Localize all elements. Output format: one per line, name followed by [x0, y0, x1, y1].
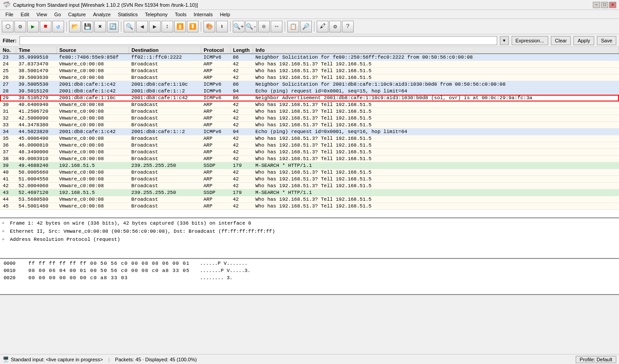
- cell-proto: ARP: [201, 135, 230, 142]
- toolbar-prev-button[interactable]: ◀: [136, 21, 148, 32]
- table-row[interactable]: 3444.50238202001:db8:cafe:1:c422001:db8:…: [0, 129, 619, 135]
- table-row[interactable]: 3545.0006490Vmware_c0:00:08BroadcastARP4…: [0, 135, 619, 142]
- close-button[interactable]: ✕: [609, 2, 616, 8]
- cell-no: 35: [0, 135, 16, 142]
- maximize-button[interactable]: □: [601, 2, 608, 8]
- menu-item-edit[interactable]: Edit: [17, 11, 33, 18]
- packet-detail[interactable]: +Frame 1: 42 bytes on wire (336 bits), 4…: [0, 218, 619, 259]
- expression-button[interactable]: Expression...: [512, 36, 549, 45]
- menu-item-tools[interactable]: Tools: [171, 11, 190, 18]
- cell-len: 42: [230, 176, 253, 183]
- table-row[interactable]: 2739.50055302001:db8:cafe:1:c422001:db8:…: [0, 81, 619, 88]
- cell-proto: ARP: [201, 156, 230, 162]
- menu-item-internals[interactable]: Internals: [190, 11, 216, 18]
- toolbar-next-button[interactable]: ▶: [149, 21, 161, 32]
- cell-src: 2001:db8:cafe:1:c42: [56, 129, 129, 135]
- table-row[interactable]: 2839.50151202001:db8:cafe:1:c422001:db8:…: [0, 88, 619, 95]
- table-row[interactable]: 4050.0005660Vmware_c0:00:08BroadcastARP4…: [0, 169, 619, 176]
- table-row[interactable]: 4151.0004550Vmware_c0:00:08BroadcastARP4…: [0, 176, 619, 183]
- cell-len: 179: [230, 162, 253, 169]
- cell-src: Vmware_c0:00:08: [56, 74, 129, 81]
- table-row[interactable]: 3949.4688240192.168.51.5239.255.255.250S…: [0, 162, 619, 169]
- cell-proto: ARP: [201, 169, 230, 176]
- toolbar-reload-button[interactable]: 🔄: [107, 21, 119, 32]
- menu-item-help[interactable]: Help: [216, 11, 234, 18]
- table-row[interactable]: 4352.4697120192.168.51.5239.255.255.250S…: [0, 189, 619, 196]
- detail-row[interactable]: +Frame 1: 42 bytes on wire (336 bits), 4…: [2, 219, 617, 227]
- toolbar-zoom-in-button[interactable]: 🔍+: [233, 21, 245, 32]
- toolbar-goto-button[interactable]: ↕: [162, 21, 173, 32]
- table-row[interactable]: 2939.51052702001:db8:cafe:1:10c2001:db8:…: [0, 95, 619, 101]
- apply-button[interactable]: Apply: [573, 36, 594, 45]
- toolbar-resize-button[interactable]: ↔: [271, 21, 282, 32]
- cell-src: Vmware_c0:00:08: [56, 203, 129, 210]
- table-row[interactable]: 3748.3490000Vmware_c0:00:08BroadcastARP4…: [0, 149, 619, 156]
- cell-info: Who has 192.168.51.3? Tell 192.168.51.5: [253, 149, 619, 156]
- toolbar-sep1: [66, 22, 67, 32]
- cell-src: Vmware_c0:00:08: [56, 101, 129, 108]
- table-row[interactable]: 3242.5000090Vmware_c0:00:08BroadcastARP4…: [0, 115, 619, 122]
- toolbar-capture-filter-button[interactable]: 📋: [287, 21, 299, 32]
- table-row[interactable]: 2335.9999510fe80::7486:55e9:858fff02::1:…: [0, 54, 619, 61]
- toolbar-last-button[interactable]: ⏬: [187, 21, 199, 32]
- cell-info: Who has 192.168.51.3? Tell 192.168.51.5: [253, 101, 619, 108]
- clear-button[interactable]: Clear: [551, 36, 571, 45]
- cell-no: 37: [0, 149, 16, 156]
- toolbar-colorize-button[interactable]: 🎨: [203, 21, 215, 32]
- save-button[interactable]: Save: [597, 36, 616, 45]
- toolbar-stop-button[interactable]: ■: [40, 21, 51, 32]
- detail-row[interactable]: +Ethernet II, Src: Vmware_c0:00:08 (00:5…: [2, 227, 617, 235]
- toolbar-options-button[interactable]: ⚙: [14, 21, 26, 32]
- cell-proto: ICMPv6: [201, 95, 230, 101]
- toolbar-sep2: [121, 22, 121, 32]
- table-row[interactable]: 4554.5001460Vmware_c0:00:08BroadcastARP4…: [0, 203, 619, 210]
- packets-count: Packets: 45 · Displayed: 45 (100.0%): [115, 357, 197, 362]
- filter-input[interactable]: [19, 36, 497, 45]
- toolbar-help-button[interactable]: ?: [342, 21, 354, 32]
- minimize-button[interactable]: –: [593, 2, 600, 8]
- toolbar-zoom-out-button[interactable]: 🔍-: [245, 21, 257, 32]
- cell-proto: SSDP: [201, 162, 230, 169]
- toolbar-save-button[interactable]: 💾: [82, 21, 93, 32]
- toolbar-first-button[interactable]: ⏫: [174, 21, 186, 32]
- toolbar-open-button[interactable]: 📂: [69, 21, 81, 32]
- table-row[interactable]: 3040.6406940Vmware_c0:00:08BroadcastARP4…: [0, 101, 619, 108]
- toolbar-close-button[interactable]: ✖: [94, 21, 106, 32]
- cell-info: Who has 192.168.51.3? Tell 192.168.51.5: [253, 156, 619, 162]
- table-row[interactable]: 3646.0000810Vmware_c0:00:08BroadcastARP4…: [0, 142, 619, 149]
- table-row[interactable]: 3344.3478380Vmware_c0:00:08BroadcastARP4…: [0, 122, 619, 129]
- cell-no: 23: [0, 54, 16, 61]
- table-row[interactable]: 3141.2506720Vmware_c0:00:08BroadcastARP4…: [0, 108, 619, 115]
- menu-item-telephony[interactable]: Telephony: [141, 11, 171, 18]
- toolbar-preferences-button[interactable]: ⚙: [329, 21, 341, 32]
- toolbar-auto-scroll-button[interactable]: ⬇: [216, 21, 228, 32]
- table-row[interactable]: 2437.8373470Vmware_c0:00:08BroadcastARP4…: [0, 61, 619, 68]
- packet-list[interactable]: No. Time Source Destination Protocol Len…: [0, 47, 619, 218]
- menu-item-capture[interactable]: Capture: [65, 11, 89, 18]
- menu-item-analyze[interactable]: Analyze: [89, 11, 114, 18]
- filter-dropdown[interactable]: ▼: [500, 36, 509, 45]
- menu-item-file[interactable]: File: [2, 11, 17, 18]
- table-row[interactable]: 3849.0003910Vmware_c0:00:08BroadcastARP4…: [0, 156, 619, 162]
- detail-row[interactable]: +Address Resolution Protocol (request): [2, 235, 617, 244]
- cell-time: 50.0005660: [16, 169, 56, 176]
- toolbar-start-button[interactable]: ▶: [27, 21, 39, 32]
- menu-item-view[interactable]: View: [33, 11, 51, 18]
- detail-text: Ethernet II, Src: Vmware_c0:00:08 (00:50…: [10, 229, 275, 234]
- window-controls: – □ ✕: [593, 2, 616, 8]
- status-icon: 🖥️: [3, 356, 9, 362]
- menu-item-go[interactable]: Go: [51, 11, 65, 18]
- menu-item-statistics[interactable]: Statistics: [114, 11, 141, 18]
- cell-dst: 239.255.255.250: [129, 162, 201, 169]
- toolbar-find-button[interactable]: 🔍: [124, 21, 135, 32]
- table-row[interactable]: 4252.0004060Vmware_c0:00:08BroadcastARP4…: [0, 183, 619, 189]
- table-row[interactable]: 4453.5680580Vmware_c0:00:08BroadcastARP4…: [0, 196, 619, 203]
- toolbar-zoom-normal-button[interactable]: ⊙: [258, 21, 270, 32]
- toolbar-coloring-button[interactable]: 🖍: [317, 21, 328, 32]
- toolbar-interfaces-button[interactable]: ⬡: [2, 21, 14, 32]
- toolbar-display-filter-button[interactable]: 🔎: [300, 21, 312, 32]
- statusbar: 🖥️ Standard input: <live capture in prog…: [0, 354, 619, 364]
- table-row[interactable]: 2639.5003630Vmware_c0:00:08BroadcastARP4…: [0, 74, 619, 81]
- toolbar-restart-button[interactable]: ↺: [52, 21, 64, 32]
- table-row[interactable]: 2538.5001470Vmware_c0:00:08BroadcastARP4…: [0, 68, 619, 74]
